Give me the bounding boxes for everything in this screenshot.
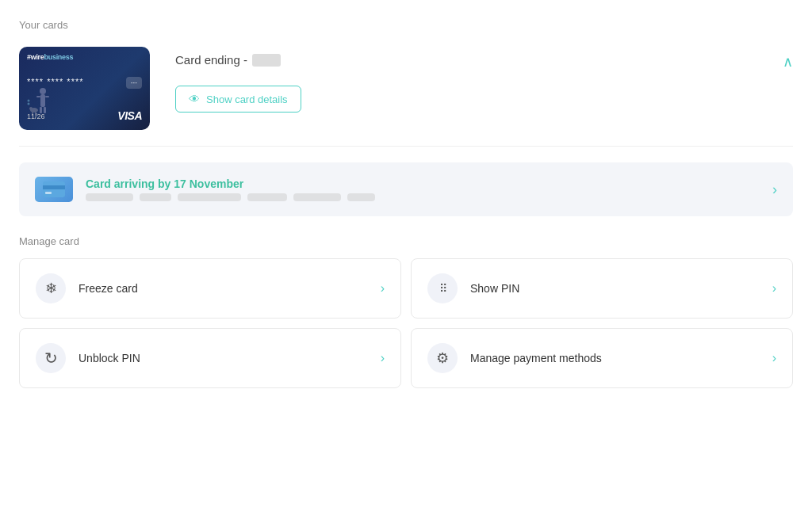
- arriving-blur-5: [293, 193, 341, 201]
- manage-card-title: Manage card: [19, 235, 793, 247]
- freeze-card-item[interactable]: ❄ Freeze card ›: [19, 258, 401, 319]
- unblock-pin-label: Unblock PIN: [79, 352, 140, 364]
- arriving-blur-4: [247, 193, 287, 201]
- collapse-chevron-icon[interactable]: ∧: [783, 47, 793, 71]
- card-ending-blur: [252, 54, 281, 67]
- svg-point-11: [28, 103, 30, 105]
- unblock-pin-item[interactable]: ↻ Unblock PIN ›: [19, 328, 401, 388]
- svg-point-10: [28, 100, 30, 102]
- show-pin-item[interactable]: ⠿ Show PIN ›: [411, 258, 793, 319]
- freeze-card-chevron: ›: [381, 281, 385, 296]
- arriving-card-icon: [35, 177, 73, 202]
- freeze-card-left: ❄ Freeze card: [36, 273, 138, 303]
- manage-payment-left: ⚙ Manage payment methods: [427, 343, 602, 373]
- arriving-blur-1: [86, 193, 133, 201]
- card-brand: #wirebusiness: [27, 53, 73, 61]
- manage-payment-chevron: ›: [772, 351, 776, 365]
- freeze-icon: ❄: [36, 273, 66, 303]
- svg-point-7: [29, 107, 33, 110]
- arriving-card-text: Card arriving by 17 November: [86, 177, 375, 201]
- show-pin-left: ⠿ Show PIN: [427, 273, 519, 303]
- svg-point-0: [40, 88, 46, 94]
- arriving-card-banner[interactable]: Card arriving by 17 November ›: [19, 162, 793, 216]
- arriving-blur-2: [140, 193, 171, 201]
- unblock-icon: ↻: [36, 343, 66, 373]
- arriving-chevron-icon: ›: [772, 181, 777, 198]
- show-pin-label: Show PIN: [470, 282, 519, 295]
- svg-rect-2: [36, 96, 40, 97]
- svg-rect-13: [43, 185, 65, 189]
- svg-rect-14: [45, 192, 52, 194]
- unblock-pin-chevron: ›: [381, 351, 385, 365]
- show-card-details-button[interactable]: 👁 Show card details: [175, 86, 301, 113]
- freeze-card-label: Freeze card: [79, 282, 138, 295]
- arriving-blur-3: [178, 193, 241, 201]
- visa-logo: VISA: [117, 109, 142, 122]
- svg-rect-1: [40, 94, 45, 107]
- manage-payment-item[interactable]: ⚙ Manage payment methods ›: [411, 328, 793, 388]
- arriving-banner-left: Card arriving by 17 November: [35, 177, 375, 202]
- pin-icon: ⠿: [427, 273, 458, 303]
- section-title: Your cards: [19, 19, 793, 31]
- show-pin-chevron: ›: [772, 281, 776, 296]
- card-section: #wirebusiness **** **** **** ···: [19, 47, 793, 130]
- manage-card-grid: ❄ Freeze card › ⠿ Show PIN › ↻ Unblock P…: [19, 258, 793, 388]
- credit-card-visual: #wirebusiness **** **** **** ···: [19, 47, 150, 130]
- card-ending-title: Card ending -: [175, 53, 783, 67]
- manage-payment-label: Manage payment methods: [470, 352, 602, 364]
- svg-rect-3: [45, 96, 49, 97]
- card-expiry: 11/26: [27, 113, 45, 120]
- card-section-inner: #wirebusiness **** **** **** ···: [19, 47, 783, 130]
- card-last4: ···: [126, 77, 142, 89]
- payment-icon: ⚙: [427, 343, 458, 373]
- arriving-subtext: [86, 193, 375, 201]
- arriving-title: Card arriving by 17 November: [86, 177, 375, 190]
- arriving-blur-6: [347, 193, 375, 201]
- unblock-pin-left: ↻ Unblock PIN: [36, 343, 140, 373]
- card-info: Card ending - 👁 Show card details: [175, 47, 783, 113]
- eye-icon: 👁: [189, 93, 200, 105]
- divider-1: [19, 146, 793, 147]
